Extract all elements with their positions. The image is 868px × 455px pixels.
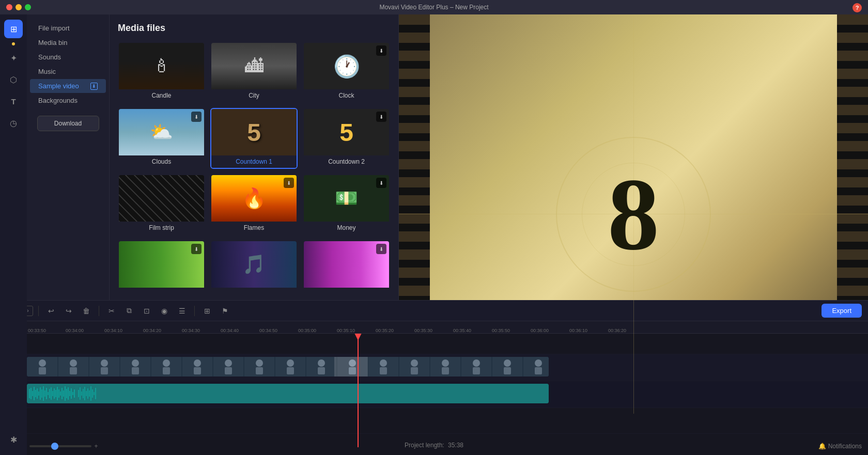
sidebar-item-media-bin[interactable]: Media bin: [30, 36, 106, 50]
ruler-mark: 00:35:50: [492, 328, 531, 333]
ruler-mark: 00:34:30: [182, 328, 221, 333]
export-button[interactable]: Export: [822, 304, 862, 318]
media-item-countdown1[interactable]: 5 Countdown 1: [210, 108, 298, 169]
ruler-mark: 00:35:20: [376, 328, 414, 333]
scale-slider[interactable]: [29, 445, 91, 447]
toolbar-separator-3: [194, 306, 195, 316]
svg-point-44: [442, 359, 449, 367]
media-item-filmstrip[interactable]: Film strip: [118, 174, 205, 235]
svg-rect-24: [132, 367, 139, 374]
download-partial1-icon[interactable]: ⬇: [191, 244, 202, 254]
svg-rect-41: [380, 367, 387, 374]
media-item-flames[interactable]: ⬇ Flames: [210, 174, 298, 235]
svg-rect-49: [504, 367, 511, 374]
media-label-city: City: [211, 89, 297, 102]
video-track-row: ⚙ 👁 ⛓: [0, 354, 868, 381]
ruler-mark: 00:36:00: [531, 328, 569, 333]
notifications-button[interactable]: 🔔 Notifications: [818, 443, 862, 450]
overlay-button[interactable]: ⊞: [200, 304, 214, 318]
thumb-candle: [119, 43, 204, 89]
audio-track-strip[interactable]: [27, 384, 549, 403]
svg-rect-32: [256, 367, 263, 374]
ruler-mark: 00:36:20: [608, 328, 647, 333]
media-item-countdown2[interactable]: ⬇ 5 Countdown 2: [303, 108, 390, 169]
svg-rect-37: [318, 367, 325, 374]
help-button[interactable]: ?: [853, 3, 862, 12]
zoom-in-icon[interactable]: +: [95, 443, 98, 450]
sidebar-item-backgrounds[interactable]: Backgrounds: [30, 93, 106, 107]
download-money-icon[interactable]: ⬇: [376, 178, 386, 188]
ruler-mark: 00:34:50: [259, 328, 298, 333]
thumb-clock: ⬇: [304, 43, 389, 89]
thumb-partial3: ⬇: [304, 241, 389, 288]
ruler-mark: 00:34:40: [221, 328, 259, 333]
ruler-mark: 00:34:00: [66, 328, 104, 333]
media-item-money[interactable]: ⬇ Money: [303, 174, 390, 235]
svg-rect-26: [163, 367, 170, 374]
sidebar-icon-filter[interactable]: ✦: [4, 49, 23, 67]
download-clock-icon[interactable]: ⬇: [376, 45, 386, 56]
cut-button[interactable]: ✂: [104, 304, 119, 318]
scale-handle[interactable]: [51, 443, 58, 450]
thumb-partial1: ⬇: [119, 241, 204, 288]
flag-button[interactable]: ⚑: [218, 304, 232, 318]
ruler-mark: 00:35:00: [298, 328, 337, 333]
thumb-countdown2: ⬇ 5: [304, 109, 389, 155]
svg-rect-34: [287, 367, 294, 374]
markers-button[interactable]: ◉: [157, 304, 172, 318]
titlebar: Movavi Video Editor Plus – New Project ?: [0, 0, 868, 14]
media-label-partial3: [304, 288, 389, 293]
sidebar-icon-settings[interactable]: ✱: [4, 430, 23, 449]
svg-point-29: [225, 359, 232, 367]
maximize-button[interactable]: [25, 4, 31, 10]
crop-button[interactable]: ⊡: [140, 304, 154, 318]
download-clouds-icon[interactable]: ⬇: [191, 112, 202, 122]
media-label-partial2: [211, 288, 297, 293]
sidebar-item-music[interactable]: Music: [30, 65, 106, 79]
media-item-partial1[interactable]: ⬇: [118, 240, 205, 294]
ruler-mark: 00:36:10: [569, 328, 608, 333]
list-button[interactable]: ☰: [175, 304, 189, 318]
media-label-money: Money: [304, 222, 389, 234]
download-button[interactable]: Download: [37, 116, 99, 131]
sidebar-icon-media[interactable]: ⊞: [4, 20, 23, 38]
media-item-candle[interactable]: Candle: [118, 42, 205, 103]
copy-button[interactable]: ⧉: [122, 304, 136, 318]
sidebar-item-sample-video[interactable]: Sample video ⬇: [30, 79, 106, 93]
media-label-clock: Clock: [304, 89, 389, 102]
svg-rect-45: [442, 367, 449, 374]
redo-button[interactable]: ↪: [61, 304, 76, 318]
ruler-mark: 00:35:10: [337, 328, 376, 333]
traffic-lights: [6, 4, 31, 10]
ruler-mark: 00:34:10: [104, 328, 143, 333]
sidebar-icon-text[interactable]: T: [4, 92, 23, 111]
sidebar-icon-transition[interactable]: ⬡: [4, 70, 23, 89]
download-countdown2-icon[interactable]: ⬇: [376, 112, 386, 122]
svg-point-19: [70, 359, 77, 367]
audio-track-content: [27, 381, 868, 407]
svg-point-40: [380, 359, 387, 367]
media-item-clouds[interactable]: ⬇ Clouds: [118, 108, 205, 169]
sidebar-item-file-import[interactable]: File import: [30, 21, 106, 35]
media-item-partial2[interactable]: [210, 240, 298, 294]
minimize-button[interactable]: [16, 4, 22, 10]
sidebar-icon-history[interactable]: ◷: [4, 114, 23, 132]
toolbar-separator-2: [99, 306, 99, 316]
svg-rect-43: [411, 367, 418, 374]
close-button[interactable]: [6, 4, 12, 10]
download-partial3-icon[interactable]: ⬇: [376, 244, 386, 254]
delete-button[interactable]: 🗑: [79, 304, 94, 318]
project-length-label: Project length:: [405, 442, 444, 449]
download-flames-icon[interactable]: ⬇: [284, 178, 294, 188]
media-label-clouds: Clouds: [119, 155, 204, 168]
video-track-strip[interactable]: [27, 357, 549, 376]
media-item-city[interactable]: City: [210, 42, 298, 103]
undo-button[interactable]: ↩: [44, 304, 58, 318]
thumb-filmstrip: [119, 175, 204, 222]
sidebar-item-sounds[interactable]: Sounds: [30, 50, 106, 64]
svg-point-36: [318, 359, 325, 367]
media-item-partial3[interactable]: ⬇: [303, 240, 390, 294]
svg-point-33: [287, 359, 294, 367]
media-item-clock[interactable]: ⬇ Clock: [303, 42, 390, 103]
svg-point-31: [256, 359, 263, 367]
